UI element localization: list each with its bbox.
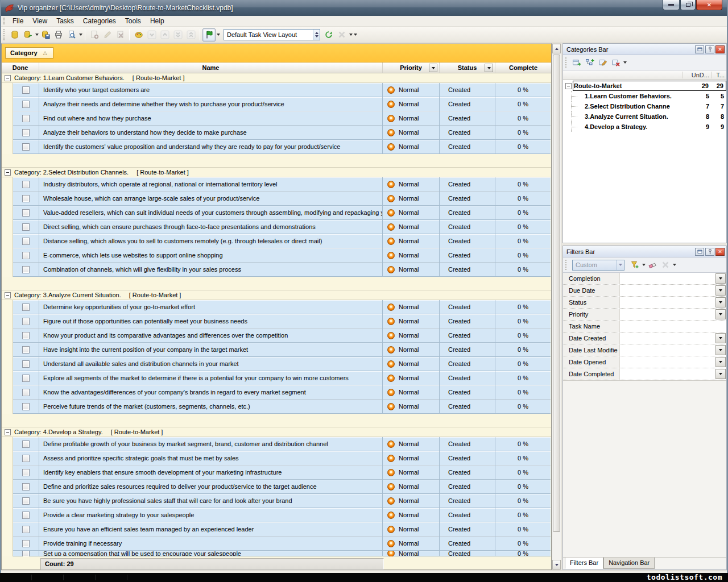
collapse-icon[interactable] [565, 83, 572, 89]
task-checkbox[interactable] [22, 304, 30, 311]
task-checkbox[interactable] [22, 440, 30, 448]
task-name[interactable]: Perceive future trends of the market (cu… [39, 400, 383, 414]
group-header-row[interactable]: Category: 2.Select Distribution Channels… [2, 168, 551, 177]
layout-combo[interactable]: Default Task View Layout [224, 29, 320, 40]
minimize-button[interactable] [663, 0, 680, 10]
task-row[interactable]: Understand all available sales and distr… [2, 357, 551, 371]
task-checkbox[interactable] [22, 318, 30, 325]
task-checkbox[interactable] [22, 209, 30, 217]
chevron-down-icon[interactable] [349, 34, 353, 36]
column-header-complete[interactable]: Complete [495, 63, 551, 73]
filter-value-dropdown-icon[interactable] [715, 285, 726, 296]
panel-pin-icon[interactable] [705, 248, 714, 256]
chevron-down-icon[interactable] [79, 34, 82, 36]
task-row[interactable]: Perceive future trends of the market (cu… [2, 400, 551, 414]
close-button[interactable]: ✕ [696, 0, 722, 10]
tree-item[interactable]: 4.Develop a Strategy.99 [563, 122, 726, 132]
chevron-down-icon[interactable] [617, 260, 624, 270]
filter-value[interactable] [620, 332, 715, 344]
task-checkbox[interactable] [22, 252, 30, 259]
task-checkbox[interactable] [22, 346, 30, 354]
task-row[interactable]: Assess and prioritize specific strategic… [2, 451, 551, 465]
task-name[interactable]: Understand all available sales and distr… [39, 357, 383, 371]
group-header-row[interactable]: Category: 1.Learn Customer Behaviors.[ R… [2, 73, 551, 83]
task-name[interactable]: Identify key enablers that ensure smooth… [39, 465, 383, 480]
column-header-name[interactable]: Name [39, 63, 383, 73]
filter-value[interactable] [620, 356, 715, 368]
chevron-down-icon[interactable] [623, 61, 627, 64]
column-header-priority[interactable]: Priority [383, 63, 440, 73]
notifications-button[interactable] [202, 28, 216, 41]
apply-layout-button[interactable] [322, 28, 335, 41]
panel-close-icon[interactable]: ✕ [715, 248, 725, 256]
vertical-scrollbar[interactable] [552, 43, 561, 570]
filter-dropdown-icon[interactable] [485, 64, 493, 72]
move-to-top-button[interactable] [184, 28, 197, 41]
task-checkbox[interactable] [22, 375, 30, 382]
tree-item[interactable]: Route-to-Market2929 [563, 81, 726, 91]
task-checkbox[interactable] [22, 526, 30, 533]
filter-value-dropdown-icon[interactable] [715, 309, 726, 319]
filter-value[interactable] [620, 321, 726, 332]
filter-value[interactable] [620, 297, 715, 308]
new-database-button[interactable] [8, 28, 21, 41]
task-row[interactable]: Be sure you have highly professional sal… [2, 494, 551, 508]
task-row[interactable]: Analyze their needs and determine whethe… [2, 97, 551, 111]
task-name[interactable]: Combination of channels, which will give… [39, 263, 383, 277]
task-name[interactable]: Know the advantages/differences of your … [39, 385, 383, 400]
task-name[interactable]: Analyze their behaviors to understand ho… [39, 126, 383, 140]
task-name[interactable]: Wholesale house, which can arrange large… [39, 192, 383, 206]
group-header-row[interactable]: Category: 3.Analyze Current Situation.[ … [2, 290, 551, 300]
task-row[interactable]: Know your product and its comparative ad… [2, 329, 551, 343]
task-row[interactable]: E-commerce, which lets use websites to s… [2, 248, 551, 263]
scrollbar-thumb[interactable] [553, 55, 560, 532]
task-checkbox[interactable] [22, 497, 30, 505]
move-up-button[interactable] [158, 28, 171, 41]
chevron-down-icon[interactable] [217, 34, 220, 36]
task-name[interactable]: Ensure you have an efficient sales team … [39, 522, 383, 537]
task-name[interactable]: Know your product and its comparative ad… [39, 329, 383, 343]
tree-col-undone[interactable]: UnD... [682, 72, 711, 78]
chevron-down-icon[interactable] [673, 264, 676, 266]
scroll-up-icon[interactable] [552, 44, 561, 53]
clear-filter-button[interactable] [646, 259, 659, 272]
task-row[interactable]: Define profitable growth of your busines… [2, 437, 551, 451]
filter-value-dropdown-icon[interactable] [715, 273, 726, 284]
delete-filter-button[interactable] [659, 259, 672, 272]
open-database-button[interactable] [21, 28, 34, 41]
tree-item[interactable]: 3.Analyze Current Situation.88 [563, 111, 726, 122]
task-name[interactable]: Explore all segments of the market to de… [39, 371, 383, 385]
filter-value-dropdown-icon[interactable] [715, 333, 726, 343]
menu-categories[interactable]: Categories [78, 16, 121, 26]
panel-restore-icon[interactable] [695, 248, 704, 256]
task-checkbox[interactable] [22, 195, 30, 202]
task-row[interactable]: Have insight into the current position o… [2, 343, 551, 357]
filter-value[interactable] [620, 273, 715, 284]
filter-value[interactable] [620, 285, 715, 296]
move-down-button[interactable] [145, 28, 158, 41]
collapse-icon[interactable] [5, 169, 11, 176]
restore-button[interactable] [680, 0, 696, 10]
task-checkbox[interactable] [22, 403, 30, 410]
task-row[interactable]: Figure out if those opportunities can po… [2, 314, 551, 329]
task-row[interactable]: Define and prioritize sales resources re… [2, 480, 551, 494]
menu-file[interactable]: File [8, 16, 28, 26]
task-name[interactable]: Provide a clear marketing strategy to yo… [39, 508, 383, 522]
task-checkbox[interactable] [22, 129, 30, 136]
save-database-button[interactable] [39, 28, 52, 41]
task-row[interactable]: Ensure you have an efficient sales team … [2, 522, 551, 537]
task-name[interactable]: Value-added resellers, which can suit in… [39, 206, 383, 220]
task-checkbox[interactable] [22, 115, 30, 122]
task-row[interactable]: Determine key opportunities of your go-t… [2, 300, 551, 314]
tree-col-total[interactable]: T... [711, 72, 726, 78]
task-name[interactable]: Figure out if those opportunities can po… [39, 314, 383, 329]
chevron-down-icon[interactable] [354, 34, 357, 36]
menu-view[interactable]: View [28, 16, 52, 26]
task-checkbox[interactable] [22, 455, 30, 462]
apply-filter-button[interactable] [628, 259, 641, 272]
delete-category-button[interactable] [609, 56, 622, 69]
task-row[interactable]: Combination of channels, which will give… [2, 263, 551, 277]
task-checkbox[interactable] [22, 551, 30, 556]
tree-item[interactable]: 1.Learn Customer Behaviors.55 [563, 91, 726, 101]
edit-category-button[interactable] [596, 56, 609, 69]
